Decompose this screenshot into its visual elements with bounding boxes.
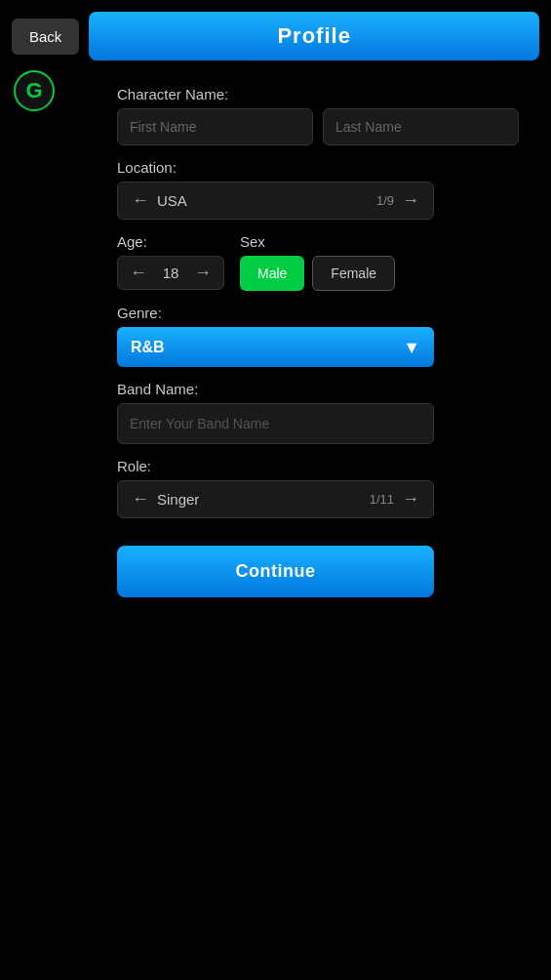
location-prev-button[interactable]: ← (128, 190, 153, 211)
sex-female-button[interactable]: Female (312, 256, 395, 291)
age-section: Age: ← 18 → (117, 220, 224, 290)
role-next-button[interactable]: → (398, 489, 423, 510)
header: Back Profile (0, 0, 551, 72)
location-count: 1/9 (376, 193, 394, 208)
band-name-input[interactable] (117, 403, 434, 444)
sex-buttons: Male Female (240, 256, 395, 291)
sex-male-button[interactable]: Male (240, 256, 304, 291)
role-prev-button[interactable]: ← (128, 489, 153, 510)
role-count: 1/11 (370, 492, 394, 507)
character-name-row (117, 108, 434, 145)
location-label: Location: (117, 159, 434, 176)
role-row: ← Singer 1/11 → (117, 480, 434, 518)
profile-title: Profile (89, 12, 539, 61)
last-name-input[interactable] (323, 108, 519, 145)
back-button[interactable]: Back (12, 19, 79, 55)
role-label: Role: (117, 458, 434, 474)
age-increase-button[interactable]: → (190, 263, 216, 283)
app-logo: G (14, 70, 55, 111)
age-label: Age: (117, 233, 224, 250)
sex-section: Sex Male Female (240, 220, 395, 291)
location-value: USA (153, 192, 376, 209)
location-row: ← USA 1/9 → (117, 182, 434, 220)
role-value: Singer (153, 491, 370, 508)
age-sex-row: Age: ← 18 → Sex Male Female (117, 220, 434, 291)
genre-wrapper: R&B Pop Rock Hip-Hop Country Jazz Classi… (117, 327, 434, 367)
age-control: ← 18 → (117, 256, 224, 290)
band-name-label: Band Name: (117, 381, 434, 397)
character-name-label: Character Name: (117, 86, 434, 102)
genre-label: Genre: (117, 305, 434, 321)
first-name-input[interactable] (117, 108, 313, 145)
genre-select[interactable]: R&B Pop Rock Hip-Hop Country Jazz Classi… (117, 327, 434, 367)
logo-letter: G (14, 70, 55, 111)
location-next-button[interactable]: → (398, 190, 423, 211)
continue-button[interactable]: Continue (117, 546, 434, 597)
sex-label: Sex (240, 233, 395, 250)
age-value: 18 (151, 265, 190, 281)
age-decrease-button[interactable]: ← (126, 263, 151, 283)
profile-form: Character Name: Location: ← USA 1/9 → Ag… (117, 86, 434, 597)
